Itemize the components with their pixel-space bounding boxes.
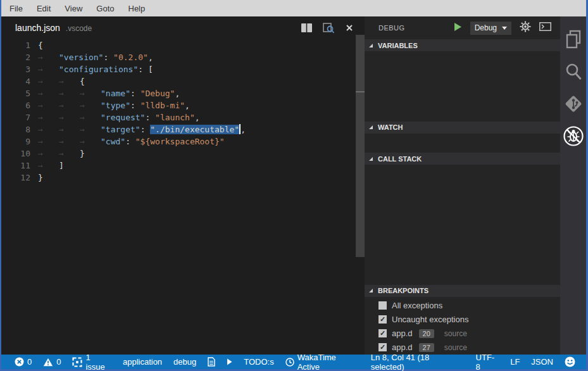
encoding[interactable]: UTF-8 xyxy=(470,355,505,369)
watch-content[interactable] xyxy=(365,134,560,153)
line-number: 5 xyxy=(1,87,30,99)
language-mode[interactable]: JSON xyxy=(525,355,559,369)
code-line[interactable]: 3→"configurations": [ xyxy=(1,63,365,75)
tab-whitespace-icon: → xyxy=(38,87,59,99)
error-count[interactable]: 0 xyxy=(9,355,37,369)
activity-search[interactable] xyxy=(560,56,586,89)
issues[interactable]: 1 issue xyxy=(66,355,116,369)
tab-whitespace-icon: → xyxy=(59,75,80,87)
code-line[interactable]: 8→→→"target": "./bin/executable", xyxy=(1,123,365,135)
activity-source-control[interactable] xyxy=(560,89,586,121)
warning-count[interactable]: 0 xyxy=(37,355,66,369)
code-line[interactable]: 9→→→"cwd": "${workspaceRoot}" xyxy=(1,135,365,148)
activity-explorer[interactable] xyxy=(560,24,586,56)
breakpoints-content[interactable]: All exceptions✓Uncaught exceptions✓app.d… xyxy=(365,297,560,355)
close-icon[interactable] xyxy=(346,24,353,32)
section-header-watch[interactable]: WATCH xyxy=(365,122,560,134)
cursor-position[interactable]: Ln 8, Col 41 (18 selected) xyxy=(365,355,470,369)
breakpoint-checkbox[interactable] xyxy=(378,301,387,310)
warning-icon xyxy=(43,358,53,367)
breakpoint-row[interactable]: ✓app.d20source xyxy=(365,327,560,341)
tab-whitespace-icon: → xyxy=(59,111,80,123)
build-config-debug[interactable]: debug xyxy=(168,355,202,369)
line-content: →→→"type": "lldb-mi", xyxy=(38,99,190,111)
code-line[interactable]: 6→→→"type": "lldb-mi", xyxy=(1,99,365,111)
section-header-variables[interactable]: VARIABLES xyxy=(365,39,560,51)
section-header-breakpoints[interactable]: BREAKPOINTS xyxy=(365,285,560,297)
json-punctuation: { xyxy=(38,41,43,50)
debug-console-icon[interactable] xyxy=(539,22,551,34)
section-header-call-stack[interactable]: CALL STACK xyxy=(365,153,560,165)
tab-whitespace-icon: → xyxy=(59,148,80,160)
tab-whitespace-icon: → xyxy=(59,87,80,99)
cursor-position-label: Ln 8, Col 41 (18 selected) xyxy=(371,353,465,371)
files-icon xyxy=(565,30,582,51)
json-punctuation: , xyxy=(185,101,190,110)
tab-whitespace-icon: → xyxy=(80,111,101,123)
tab-whitespace-icon: → xyxy=(80,135,101,148)
activity-debug[interactable] xyxy=(560,121,586,153)
gear-icon[interactable] xyxy=(520,21,531,35)
json-key: "name" xyxy=(101,89,130,98)
debug-icon xyxy=(563,125,584,149)
debug-config-value: Debug xyxy=(475,23,497,32)
start-debug-button[interactable] xyxy=(454,22,462,34)
breakpoint-row[interactable]: All exceptions xyxy=(365,299,560,313)
variables-content[interactable] xyxy=(365,51,560,122)
json-key: "version" xyxy=(59,53,103,62)
status-bar-left: 001 issueapplicationdebugTODO:sWakaTime … xyxy=(9,355,365,369)
editor-scrollbar[interactable] xyxy=(356,35,365,257)
line-content: →] xyxy=(38,160,64,172)
code-line[interactable]: 10→→} xyxy=(1,148,365,160)
menu-edit[interactable]: Edit xyxy=(30,4,58,13)
tab-whitespace-icon: → xyxy=(38,123,59,135)
split-editor-icon[interactable] xyxy=(301,23,312,32)
section-expand-icon xyxy=(369,157,373,161)
scrollbar-thumb[interactable] xyxy=(356,35,365,257)
json-punctuation: : [ xyxy=(138,65,153,74)
breakpoint-checkbox[interactable]: ✓ xyxy=(378,315,387,324)
code-line[interactable]: 7→→→"request": "launch", xyxy=(1,111,365,123)
breakpoint-label: Uncaught exceptions xyxy=(392,315,468,324)
line-content: →"version": "0.2.0", xyxy=(38,51,153,63)
section-label: WATCH xyxy=(378,123,403,131)
status-bar: 001 issueapplicationdebugTODO:sWakaTime … xyxy=(1,355,586,369)
wakatime[interactable]: WakaTime Active xyxy=(280,355,365,369)
code-line[interactable]: 2→"version": "0.2.0", xyxy=(1,51,365,63)
feedback[interactable] xyxy=(559,355,581,369)
menu-goto[interactable]: Goto xyxy=(89,4,121,13)
open-preview-icon[interactable] xyxy=(323,23,335,34)
tab-whitespace-icon: → xyxy=(38,63,59,75)
code-line[interactable]: 12} xyxy=(1,172,365,184)
tab-whitespace-icon: → xyxy=(38,75,59,87)
tab-whitespace-icon: → xyxy=(38,135,59,148)
debug-config-dropdown[interactable]: Debug xyxy=(470,22,511,35)
file-indicator[interactable] xyxy=(202,355,221,369)
code-line[interactable]: 1{ xyxy=(1,39,365,51)
wakatime-label: WakaTime Active xyxy=(297,353,360,371)
breakpoint-line-badge: 27 xyxy=(419,343,434,352)
breakpoint-row[interactable]: ✓Uncaught exceptions xyxy=(365,313,560,327)
json-key: "cwd" xyxy=(101,137,125,146)
debug-toolbar: Debug xyxy=(454,21,551,35)
tab-launch-json[interactable]: launch.json .vscode xyxy=(15,23,92,33)
line-content: →"configurations": [ xyxy=(38,63,153,75)
run-task[interactable] xyxy=(221,355,238,369)
menu-view[interactable]: View xyxy=(58,4,89,13)
breakpoint-checkbox[interactable]: ✓ xyxy=(378,329,387,337)
call-stack-content[interactable] xyxy=(365,165,560,285)
section-expand-icon xyxy=(369,44,373,47)
build-config-application[interactable]: application xyxy=(117,355,168,369)
breakpoint-label: app.d xyxy=(392,329,413,338)
eol[interactable]: LF xyxy=(504,355,525,369)
breakpoint-checkbox[interactable]: ✓ xyxy=(378,343,387,351)
menu-help[interactable]: Help xyxy=(122,4,153,13)
code-editor[interactable]: 1{2→"version": "0.2.0",3→"configurations… xyxy=(1,39,365,184)
file-icon xyxy=(208,357,215,367)
code-line[interactable]: 11→] xyxy=(1,160,365,172)
json-punctuation: , xyxy=(241,125,246,134)
todos[interactable]: TODO:s xyxy=(238,355,279,369)
menu-file[interactable]: File xyxy=(3,4,30,13)
code-line[interactable]: 4→→{ xyxy=(1,75,365,87)
code-line[interactable]: 5→→→"name": "Debug", xyxy=(1,87,365,99)
